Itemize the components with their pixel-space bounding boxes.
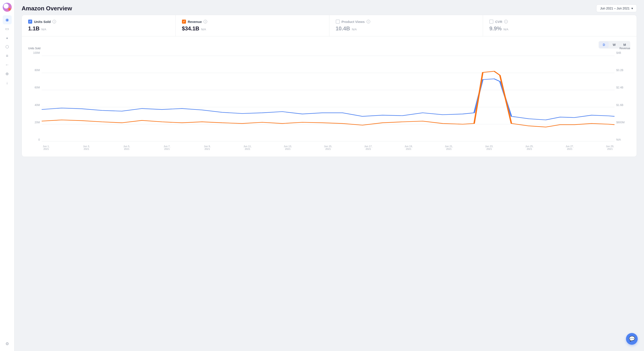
x-label: Jun 23,2021 (484, 145, 494, 150)
date-range-label: Jun 2021 – Jun 2021 (600, 6, 630, 10)
metric-checkbox-cvr[interactable] (489, 19, 493, 24)
y-axis-left-title: Units Sold (28, 47, 40, 50)
time-btn-w[interactable]: W (609, 42, 619, 48)
metric-revenue[interactable]: ✓ Revenue i $34.1B N/A (176, 15, 330, 36)
chat-icon: 💬 (629, 336, 635, 342)
y-axis-left: 100M80M60M40M20M0 (28, 51, 42, 141)
time-btn-d[interactable]: D (599, 42, 609, 48)
metric-units-sold[interactable]: ✓ Units Sold i 1.1B N/A (22, 15, 176, 36)
date-range-picker[interactable]: Jun 2021 – Jun 2021 ▾ (596, 4, 637, 12)
tag-icon[interactable]: ⬧ (3, 33, 12, 42)
y-axis-right-title: Revenue (620, 47, 630, 50)
arrow-icon[interactable]: ← (3, 60, 12, 69)
y-right-label: $800M (616, 121, 625, 124)
settings-icon[interactable]: ⚙ (3, 339, 12, 348)
y-left-label: 100M (33, 51, 40, 54)
chevron-down-icon: ▾ (632, 6, 633, 10)
x-label: Jun 29,2021 (606, 145, 614, 150)
y-right-label: $4B (616, 51, 621, 54)
y-left-label: 60M (35, 86, 40, 89)
y-left-label: 40M (35, 103, 40, 107)
list-icon[interactable]: ≡ (3, 51, 12, 60)
main-content: Amazon Overview Jun 2021 – Jun 2021 ▾ ✓ … (14, 0, 644, 351)
y-right-label: N/A (616, 138, 621, 141)
link-icon[interactable]: ⊕ (3, 69, 12, 78)
chart-area: DWM Units Sold Revenue 100M80M60M40M20M0… (22, 36, 636, 157)
metric-checkbox-revenue[interactable]: ✓ (182, 19, 186, 24)
metric-value-revenue: $34.1B (182, 25, 199, 32)
x-label: Jun 17,2021 (364, 145, 373, 150)
chat-button[interactable]: 💬 (626, 333, 638, 345)
y-right-label: $3.2B (616, 69, 623, 72)
metric-product-views[interactable]: Product Views i 10.4B N/A (330, 15, 483, 36)
x-label: Jun 9,2021 (203, 145, 212, 150)
page-title: Amazon Overview (22, 5, 72, 12)
metric-cvr[interactable]: CVR i 9.9% N/A (483, 15, 636, 36)
y-axis-right: $4B$3.2B$2.4B$1.6B$800MN/A (614, 51, 630, 141)
metric-label-product-views: Product Views (342, 20, 365, 24)
avatar[interactable] (3, 3, 12, 12)
header: Amazon Overview Jun 2021 – Jun 2021 ▾ (14, 0, 644, 15)
metric-value-product-views: 10.4B (336, 25, 350, 32)
y-right-label: $2.4B (616, 86, 623, 89)
briefcase-icon[interactable]: ▭ (3, 24, 12, 33)
metric-na-units-sold: N/A (42, 28, 46, 31)
metric-checkbox-product-views[interactable] (336, 19, 340, 24)
metric-checkbox-units-sold[interactable]: ✓ (28, 19, 32, 24)
metrics-row: ✓ Units Sold i 1.1B N/A ✓ Revenue i $34.… (22, 15, 636, 36)
metric-na-cvr: N/A (504, 28, 508, 31)
metric-label-revenue: Revenue (188, 20, 202, 24)
overview-card: ✓ Units Sold i 1.1B N/A ✓ Revenue i $34.… (22, 15, 637, 157)
y-left-label: 0 (38, 138, 40, 141)
x-label: Jun 1,2021 (42, 145, 51, 150)
chart-svg (42, 56, 614, 141)
box-icon[interactable]: ⬡ (3, 42, 12, 51)
info-icon-units-sold: i (52, 20, 56, 23)
x-label: Jun 5,2021 (122, 145, 131, 150)
y-right-label: $1.6B (616, 103, 623, 107)
chart-controls: DWM (28, 41, 630, 49)
y-left-label: 20M (35, 121, 40, 124)
metric-label-units-sold: Units Sold (34, 20, 51, 24)
x-label: Jun 21,2021 (444, 145, 453, 150)
info-icon-product-views: i (366, 20, 370, 23)
x-label: Jun 13,2021 (283, 145, 292, 150)
metric-value-cvr: 9.9% (489, 25, 502, 32)
content-area: ✓ Units Sold i 1.1B N/A ✓ Revenue i $34.… (14, 15, 644, 351)
x-label: Jun 11,2021 (243, 145, 252, 150)
x-label: Jun 7,2021 (162, 145, 172, 150)
metric-na-product-views: N/A (352, 28, 357, 31)
info-icon-revenue: i (204, 20, 207, 23)
chart-wrapper: Units Sold Revenue 100M80M60M40M20M0 $4B… (28, 51, 630, 150)
x-label: Jun 15,2021 (324, 145, 332, 150)
x-label: Jun 27,2021 (565, 145, 574, 150)
sidebar: ◉▭⬧⬡≡←⊕↓ ⚙ (0, 0, 14, 351)
chart-icon[interactable]: ◉ (3, 15, 12, 24)
metric-label-cvr: CVR (495, 20, 502, 24)
x-label: Jun 25,2021 (525, 145, 534, 150)
info-icon-cvr: i (504, 20, 508, 23)
metric-value-units-sold: 1.1B (28, 25, 40, 32)
metric-na-revenue: N/A (201, 28, 206, 31)
x-axis: Jun 1,2021Jun 3,2021Jun 5,2021Jun 7,2021… (42, 145, 614, 150)
x-label: Jun 3,2021 (82, 145, 91, 150)
download-icon[interactable]: ↓ (3, 78, 12, 87)
y-left-label: 80M (35, 69, 40, 72)
x-label: Jun 19,2021 (404, 145, 413, 150)
